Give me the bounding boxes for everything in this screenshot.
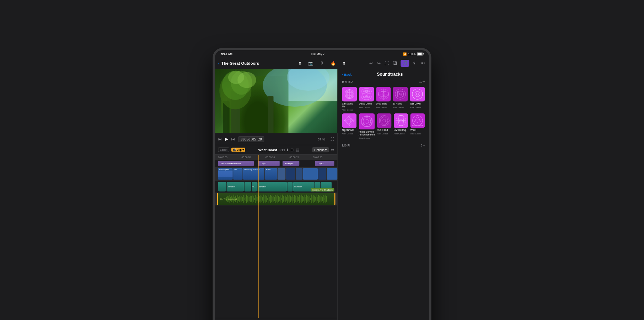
- title-clip-day2[interactable]: Day 2: [315, 161, 334, 166]
- zoom-handle-icon[interactable]: ⇔: [331, 148, 334, 152]
- brightness-icon[interactable]: ☀: [411, 60, 417, 67]
- back-button[interactable]: ‹: [218, 62, 219, 65]
- svg-rect-50: [257, 196, 257, 202]
- soundtrack-item-el-ritmo[interactable]: El Ritmo Alex Goose: [393, 87, 408, 111]
- svg-rect-41: [249, 197, 250, 201]
- zoom-unit: %: [322, 137, 325, 141]
- clip-view-icon[interactable]: ▤: [296, 148, 299, 152]
- share-icon[interactable]: ⬆: [297, 60, 303, 67]
- audio-label-2: Narration: [259, 186, 267, 187]
- svg-rect-119: [312, 196, 313, 202]
- flame-icon[interactable]: 🔥: [329, 60, 337, 67]
- video-clip-7[interactable]: [296, 168, 303, 180]
- soundtrack-item-switch-it-up[interactable]: Switch It Up Alex Goose: [394, 113, 408, 139]
- soundtrack-pattern-6: [342, 113, 356, 128]
- video-clip-broad[interactable]: Broa...: [265, 168, 277, 180]
- video-clip-running-water[interactable]: Running Water 2: [243, 168, 264, 180]
- select-badge[interactable]: Select: [218, 148, 229, 152]
- soundtracks-back-button[interactable]: ‹ Back: [342, 73, 351, 76]
- soundtrack-item-disco-down[interactable]: Disco Down Alex Goose: [359, 87, 374, 111]
- undo-icon[interactable]: ↩: [368, 60, 374, 67]
- music-clip-on-the-weekend[interactable]: On The Weekend: [218, 193, 334, 205]
- mic-icon[interactable]: 🎙: [319, 60, 325, 67]
- soundtrack-name-7: Public Service Announcement: [359, 130, 375, 136]
- svg-rect-128: [319, 196, 320, 202]
- svg-rect-60: [265, 197, 265, 201]
- video-clip-5[interactable]: [278, 168, 286, 180]
- fullscreen-icon[interactable]: ⛶: [383, 60, 390, 67]
- video-track: Helicopter Mo... Running Water 2 Broa...: [215, 167, 338, 181]
- soundtrack-thumb-5: [410, 87, 425, 102]
- redo-icon[interactable]: ↪: [376, 60, 382, 67]
- soundtrack-thumb-10: [410, 113, 425, 128]
- video-clip-9[interactable]: [318, 168, 327, 180]
- video-clip-helicopter[interactable]: Helicopter: [218, 168, 233, 180]
- svg-rect-58: [263, 195, 264, 203]
- svg-rect-118: [311, 195, 312, 203]
- soundtrack-thumb-4: [393, 87, 408, 102]
- audio-media-icon[interactable]: 🎵: [401, 60, 409, 67]
- timecode-display: 00:00:05:29: [238, 136, 264, 142]
- soundtrack-item-wow[interactable]: Wow! Alex Goose: [410, 113, 425, 139]
- export-icon[interactable]: ⬆: [341, 60, 347, 67]
- audio-clip-small-1[interactable]: [218, 182, 226, 192]
- video-clip-mo[interactable]: Mo...: [233, 168, 242, 180]
- battery-percent: 100%: [408, 52, 415, 55]
- svg-rect-114: [308, 197, 308, 201]
- audio-clip-narration-2[interactable]: Narration: [258, 182, 287, 192]
- zoom-control: 37 %: [318, 137, 325, 141]
- soundtrack-item-psa[interactable]: Public Service Announcement Alex Goose: [359, 113, 375, 139]
- audio-clip-w[interactable]: W...: [252, 182, 257, 192]
- svg-rect-130: [321, 195, 321, 203]
- video-clip-10[interactable]: [327, 168, 338, 180]
- skip-forward-button[interactable]: ⏭: [231, 137, 235, 141]
- split-view-icon[interactable]: ⊞: [290, 148, 294, 152]
- title-clip-bumper[interactable]: Bumper: [283, 161, 299, 166]
- back-chevron: ‹: [342, 73, 343, 76]
- timeline-info-icon[interactable]: ℹ: [287, 148, 288, 152]
- soundtrack-grid-row-2: Nightshade Alex Goose: [338, 113, 429, 142]
- lofi-section-header: LO-FI 3 ▾: [342, 143, 425, 148]
- video-preview: [215, 69, 338, 133]
- soundtrack-pattern-7: [359, 113, 375, 129]
- svg-rect-137: [326, 196, 327, 202]
- options-button[interactable]: Options ▾: [312, 147, 329, 152]
- svg-rect-68: [271, 196, 272, 202]
- pip-button[interactable]: ⛶: [331, 137, 334, 141]
- svg-rect-133: [323, 195, 324, 203]
- soundtrack-item-nightshade[interactable]: Nightshade Alex Goose: [342, 113, 356, 139]
- audio-clip-small-2[interactable]: [245, 182, 251, 192]
- svg-rect-102: [298, 197, 299, 201]
- svg-rect-109: [304, 195, 305, 203]
- svg-rect-121: [313, 195, 314, 203]
- transport-bar: ⏮ ▶ ⏭ 00:00:05:29 37 % ⛶: [215, 133, 338, 145]
- svg-rect-76: [278, 195, 278, 203]
- audio-clip-small-3[interactable]: [288, 182, 293, 192]
- skip-back-button[interactable]: ⏮: [218, 137, 222, 141]
- soundtracks-title: Soundtracks: [355, 72, 425, 77]
- soundtrack-item-run-it-out[interactable]: Run It Out Alex Goose: [377, 113, 392, 139]
- camera-icon[interactable]: 📷: [307, 60, 315, 67]
- svg-rect-78: [279, 197, 280, 201]
- soundtrack-item-get-down[interactable]: Get Down Alex Goose: [410, 87, 425, 111]
- soundtrack-item-drop-that[interactable]: Drop That Alex Goose: [376, 87, 391, 111]
- svg-rect-82: [282, 195, 283, 203]
- svg-rect-37: [246, 195, 247, 203]
- ipad-screen: 9:41 AM Tue May 7 📶 100% ‹ The Great Out…: [215, 50, 429, 320]
- photos-icon[interactable]: 🖼: [392, 60, 398, 67]
- svg-rect-67: [270, 195, 271, 203]
- play-button[interactable]: ▶: [225, 137, 228, 142]
- svg-rect-30: [241, 195, 241, 203]
- audio-clip-narration-1[interactable]: Narration: [227, 182, 244, 192]
- video-clip-6[interactable]: [286, 168, 295, 180]
- more-icon[interactable]: •••: [419, 60, 426, 67]
- left-panel: ⏮ ▶ ⏭ 00:00:05:29 37 % ⛶ Select: [215, 69, 338, 320]
- svg-rect-43: [251, 196, 252, 202]
- clip-chevron: ▾: [242, 148, 244, 151]
- svg-rect-83: [283, 196, 284, 202]
- video-clip-8[interactable]: [303, 168, 318, 180]
- title-clip-day1[interactable]: Day 1: [258, 161, 280, 166]
- title-track: The Great Outdoors Day 1 Bumper: [215, 160, 338, 167]
- soundtrack-item-cant-stop-me[interactable]: Can't Stop Me Alex Goose: [342, 87, 357, 111]
- title-clip-great-outdoors[interactable]: The Great Outdoors: [218, 161, 254, 166]
